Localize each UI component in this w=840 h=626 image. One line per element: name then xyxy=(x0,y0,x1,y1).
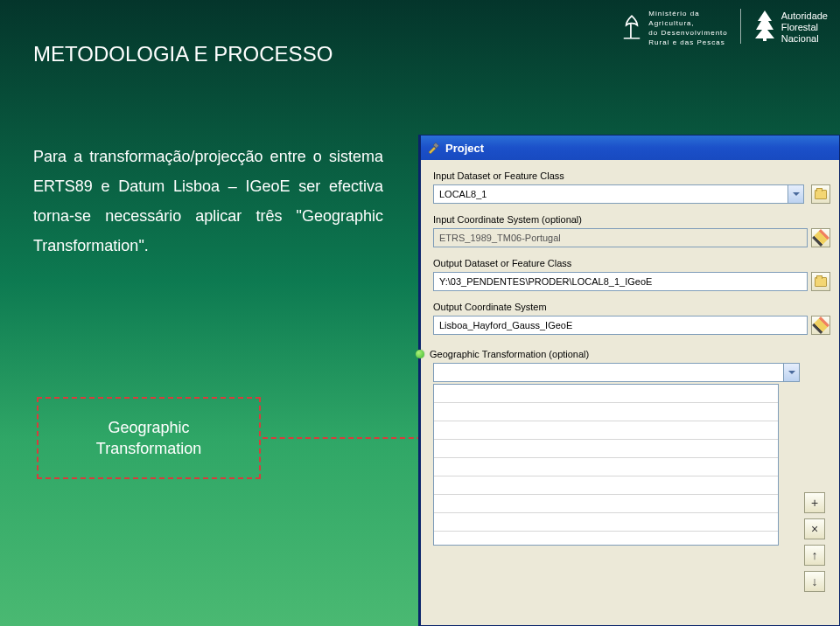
slide-title: METODOLOGIA E PROCESSO xyxy=(33,42,332,66)
add-button[interactable]: + xyxy=(804,492,825,513)
project-dialog: Project Input Dataset or Feature Class I… xyxy=(418,135,840,626)
list-item[interactable] xyxy=(434,440,778,458)
callout-box: Geographic Transformation xyxy=(37,397,261,479)
ministry-logo-block: Ministério da Agricultura, do Desenvolvi… xyxy=(620,9,727,47)
remove-button[interactable]: × xyxy=(804,518,825,539)
label-geo-trans: Geographic Transformation (optional) xyxy=(433,349,830,359)
chevron-down-icon xyxy=(793,192,800,196)
input-cs-edit[interactable] xyxy=(811,228,830,247)
folder-icon xyxy=(815,277,827,287)
slide-background: Ministério da Agricultura, do Desenvolvi… xyxy=(0,0,840,626)
afn-logo-block: Autoridade Florestal Nacional xyxy=(753,9,828,45)
move-up-button[interactable]: ↑ xyxy=(804,545,825,566)
list-item[interactable] xyxy=(434,403,778,421)
label-output-cs: Output Coordinate System xyxy=(433,302,830,312)
label-output-dataset: Output Dataset or Feature Class xyxy=(433,258,830,268)
input-dataset-dropdown[interactable] xyxy=(788,185,803,203)
label-input-dataset: Input Dataset or Feature Class xyxy=(433,170,830,181)
list-item[interactable] xyxy=(434,495,778,513)
logo-divider xyxy=(740,9,741,44)
input-dataset-browse[interactable] xyxy=(811,184,830,204)
geo-trans-field[interactable] xyxy=(433,363,800,382)
svg-rect-0 xyxy=(763,37,766,41)
dialog-body: Input Dataset or Feature Class Input Coo… xyxy=(421,160,839,546)
header-logos: Ministério da Agricultura, do Desenvolvi… xyxy=(620,9,828,47)
geo-trans-listbox[interactable] xyxy=(433,384,779,546)
output-cs-edit[interactable] xyxy=(811,316,830,335)
tree-icon xyxy=(620,14,643,42)
afn-text: Autoridade Florestal Nacional xyxy=(781,10,828,45)
move-down-button[interactable]: ↓ xyxy=(804,571,825,592)
callout-line1: Geographic xyxy=(108,417,189,438)
pencil-icon xyxy=(812,229,830,247)
chevron-down-icon xyxy=(788,371,795,374)
slide-body-text: Para a transformação/projecção entre o s… xyxy=(33,142,383,261)
dialog-titlebar[interactable]: Project xyxy=(421,136,839,160)
pine-tree-icon xyxy=(753,9,776,45)
folder-icon xyxy=(815,190,827,199)
input-dataset-field[interactable] xyxy=(433,184,804,204)
list-side-buttons: + × ↑ ↓ xyxy=(804,492,825,592)
output-cs-field[interactable] xyxy=(433,316,808,335)
dialog-title: Project xyxy=(445,142,484,155)
ministry-text: Ministério da Agricultura, do Desenvolvi… xyxy=(648,9,727,47)
hammer-icon xyxy=(426,141,440,155)
list-item[interactable] xyxy=(434,458,778,476)
required-indicator-icon xyxy=(416,350,424,358)
pencil-icon xyxy=(812,316,830,334)
list-item[interactable] xyxy=(434,421,778,440)
geo-trans-dropdown[interactable] xyxy=(783,364,799,381)
output-dataset-browse[interactable] xyxy=(811,272,830,291)
input-cs-field xyxy=(433,228,808,247)
output-dataset-field[interactable] xyxy=(433,272,808,291)
callout-line2: Transformation xyxy=(96,438,201,459)
list-item[interactable] xyxy=(434,476,778,495)
list-item[interactable] xyxy=(434,513,778,532)
list-item[interactable] xyxy=(434,385,778,403)
label-input-cs: Input Coordinate System (optional) xyxy=(433,214,830,225)
